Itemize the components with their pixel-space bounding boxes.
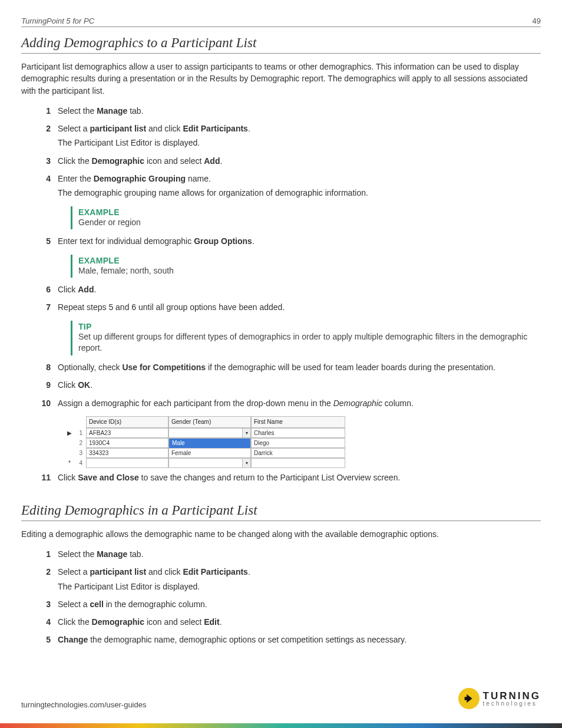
page-number: 49 [533, 17, 541, 25]
table-column-header: Gender (Team) [168, 416, 251, 429]
steps-list-1: 1Select the Manage tab.2Select a partici… [21, 105, 541, 486]
step-item: 5Enter text for individual demographic G… [37, 235, 541, 249]
step-item: 4Enter the Demographic Grouping name.The… [37, 173, 541, 202]
page-footer: turningtechnologies.com/user-guides TURN… [21, 688, 541, 709]
step-item: 8Optionally, check Use for Competitions … [37, 361, 541, 375]
section-heading-edit: Editing Demographics in a Participant Li… [21, 503, 541, 521]
step-number: 8 [37, 361, 51, 373]
table-row: *4▾ [65, 458, 359, 468]
step-item: 6Click Add. [37, 284, 541, 298]
step-number: 2 [37, 566, 51, 578]
section1-intro: Participant list demographics allow a us… [21, 61, 541, 97]
step-number: 11 [37, 472, 51, 483]
dropdown-arrow-icon[interactable]: ▾ [242, 429, 250, 437]
step-number: 10 [37, 397, 51, 409]
callout-tip: TIPSet up different groups for different… [71, 321, 541, 355]
step-number: 9 [37, 379, 51, 391]
footer-gradient-bar [0, 723, 562, 728]
table-column-header: First Name [251, 416, 345, 429]
dropdown-arrow-icon[interactable]: ▾ [242, 459, 250, 467]
steps-list-2: 1Select the Manage tab.2Select a partici… [21, 548, 541, 648]
callout-example: EXAMPLEMale, female; north, south [71, 255, 541, 278]
step-item: 2Select a participant list and click Edi… [37, 566, 541, 595]
step-number: 1 [37, 548, 51, 560]
step-number: 5 [37, 235, 51, 247]
step-number: 1 [37, 105, 51, 117]
logo-text-2: technologies [483, 701, 541, 707]
footer-url: turningtechnologies.com/user-guides [21, 700, 146, 709]
step-item: 7Repeat steps 5 and 6 until all group op… [37, 301, 541, 315]
table-column-header: Device ID(s) [86, 416, 168, 429]
step-number: 3 [37, 155, 51, 167]
step-item: 5Change the demographic name, demographi… [37, 634, 541, 648]
step-number: 2 [37, 123, 51, 134]
table-row: 21930C4MaleDiego [65, 438, 359, 448]
step-number: 7 [37, 301, 51, 313]
step-number: 3 [37, 598, 51, 610]
step-item: 11Click Save and Close to save the chang… [37, 472, 541, 486]
demographic-table-screenshot: Device ID(s)Gender (Team)First Name▶1AFB… [65, 416, 359, 469]
section-heading-add: Adding Demographics to a Participant Lis… [21, 35, 541, 54]
logo-text-1: TURNING [483, 691, 541, 701]
doc-title: TurningPoint 5 for PC [21, 17, 94, 25]
step-item: 1Select the Manage tab. [37, 105, 541, 119]
footer-logo: TURNING technologies [458, 688, 541, 709]
logo-mark-icon [458, 688, 480, 709]
table-row: 3334323FemaleDarrick [65, 448, 359, 458]
section2-intro: Editing a demographic allows the demogra… [21, 528, 541, 540]
page-header: TurningPoint 5 for PC 49 [21, 17, 541, 27]
callout-example: EXAMPLEGender or region [71, 206, 541, 230]
step-number: 5 [37, 634, 51, 645]
step-item: 10Assign a demographic for each particip… [37, 397, 541, 411]
step-item: 2Select a participant list and click Edi… [37, 123, 541, 151]
step-item: 4Click the Demographic icon and select E… [37, 616, 541, 630]
table-row: ▶1AFBA23▾Charles [65, 428, 359, 438]
step-item: 3Click the Demographic icon and select A… [37, 155, 541, 169]
step-number: 4 [37, 616, 51, 628]
step-item: 9Click OK. [37, 379, 541, 393]
step-number: 6 [37, 284, 51, 295]
step-number: 4 [37, 173, 51, 185]
step-item: 3Select a cell in the demographic column… [37, 598, 541, 612]
step-item: 1Select the Manage tab. [37, 548, 541, 562]
